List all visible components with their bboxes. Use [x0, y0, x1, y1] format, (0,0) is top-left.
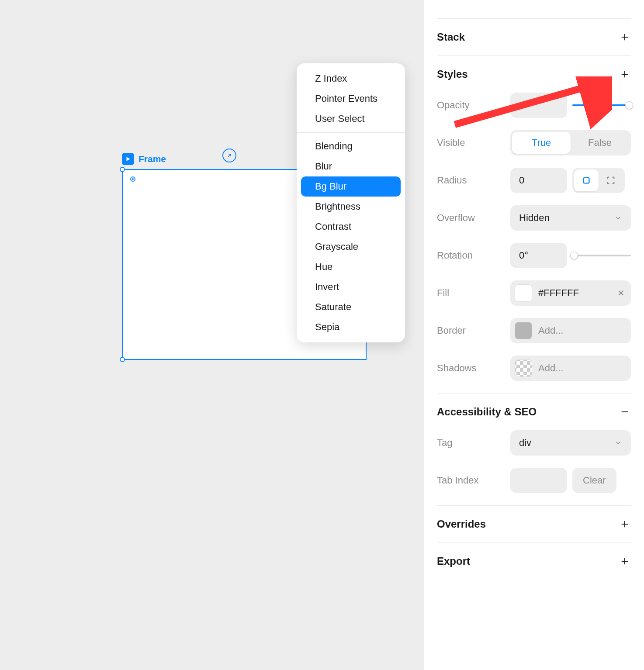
visible-segmented: True False: [510, 130, 631, 155]
overrides-add-button[interactable]: [619, 518, 631, 530]
section-export: Export: [437, 543, 631, 580]
rotation-slider[interactable]: [572, 255, 631, 256]
border-label: Border: [437, 325, 502, 336]
overflow-value: Hidden: [519, 212, 550, 224]
export-add-button[interactable]: [619, 555, 631, 567]
radius-label: Radius: [437, 175, 502, 186]
menu-item-invert[interactable]: Invert: [301, 277, 401, 297]
resize-handle-bl[interactable]: [120, 357, 125, 362]
menu-item-pointer-events[interactable]: Pointer Events: [301, 89, 401, 109]
frame-name[interactable]: Frame: [138, 154, 166, 164]
opacity-slider[interactable]: [572, 104, 631, 106]
export-title: Export: [437, 555, 470, 567]
border-input[interactable]: Add...: [510, 318, 631, 343]
rotation-label: Rotation: [437, 250, 502, 261]
stack-title: Stack: [437, 31, 465, 43]
styles-title: Styles: [437, 68, 468, 80]
border-placeholder: Add...: [538, 325, 625, 336]
border-swatch[interactable]: [515, 322, 532, 339]
shadows-swatch[interactable]: [515, 359, 532, 377]
visible-false-button[interactable]: False: [571, 132, 629, 154]
anchor-icon[interactable]: [130, 176, 135, 182]
overrides-title: Overrides: [437, 518, 486, 530]
menu-item-hue[interactable]: Hue: [301, 257, 401, 277]
a11y-collapse-button[interactable]: [619, 406, 631, 418]
overflow-label: Overflow: [437, 212, 502, 224]
section-styles: Styles Opacity Visible True False Radius: [437, 56, 631, 394]
rotation-input[interactable]: [510, 243, 567, 268]
styles-add-button[interactable]: [619, 68, 631, 80]
chevron-down-icon: [614, 214, 622, 222]
tabindex-input[interactable]: [510, 468, 567, 493]
svg-rect-0: [584, 178, 589, 183]
tabindex-clear-button[interactable]: Clear: [572, 468, 616, 493]
tag-select[interactable]: div: [510, 430, 631, 456]
radius-input[interactable]: [510, 168, 567, 193]
menu-item-bg-blur[interactable]: Bg Blur: [301, 176, 401, 197]
menu-item-brightness[interactable]: Brightness: [301, 197, 401, 217]
resize-handle-tl[interactable]: [120, 167, 125, 172]
section-overrides: Overrides: [437, 506, 631, 543]
styles-context-menu[interactable]: Z Index Pointer Events User Select Blend…: [297, 63, 405, 342]
fill-color-input[interactable]: #FFFFFF ✕: [510, 280, 631, 306]
fill-swatch[interactable]: [515, 284, 532, 302]
a11y-title: Accessibility & SEO: [437, 406, 537, 418]
tag-value: div: [519, 437, 531, 449]
open-external-icon[interactable]: [222, 149, 236, 162]
frame-label-bar[interactable]: Frame: [122, 153, 166, 165]
menu-item-grayscale[interactable]: Grayscale: [301, 237, 401, 257]
stack-add-button[interactable]: [619, 31, 631, 43]
tabindex-label: Tab Index: [437, 475, 502, 486]
menu-item-saturate[interactable]: Saturate: [301, 297, 401, 317]
radius-mode-segmented: [572, 168, 625, 193]
section-stack: Stack: [437, 18, 631, 56]
shadows-label: Shadows: [437, 363, 502, 374]
shadows-input[interactable]: Add...: [510, 356, 631, 381]
menu-item-blur[interactable]: Blur: [301, 156, 401, 176]
visible-true-button[interactable]: True: [512, 132, 571, 154]
radius-all-button[interactable]: [574, 169, 599, 191]
menu-item-blending[interactable]: Blending: [301, 136, 401, 156]
overflow-select[interactable]: Hidden: [510, 205, 631, 231]
opacity-label: Opacity: [437, 100, 502, 111]
fill-label: Fill: [437, 287, 502, 299]
play-icon: [122, 153, 134, 165]
section-accessibility: Accessibility & SEO Tag div Tab Index Cl…: [437, 394, 631, 506]
menu-item-user-select[interactable]: User Select: [301, 109, 401, 129]
visible-label: Visible: [437, 137, 502, 149]
menu-item-contrast[interactable]: Contrast: [301, 217, 401, 237]
menu-item-z-index[interactable]: Z Index: [301, 69, 401, 89]
shadows-placeholder: Add...: [538, 363, 625, 374]
menu-divider: [297, 132, 405, 133]
properties-panel: Stack Styles Opacity Visible True: [424, 0, 644, 670]
fill-value: #FFFFFF: [538, 287, 611, 299]
menu-item-sepia[interactable]: Sepia: [301, 317, 401, 337]
tag-label: Tag: [437, 437, 502, 449]
fill-clear-icon[interactable]: ✕: [617, 288, 625, 298]
opacity-input[interactable]: [510, 93, 567, 118]
chevron-down-icon: [614, 439, 622, 447]
radius-individual-button[interactable]: [599, 169, 623, 191]
